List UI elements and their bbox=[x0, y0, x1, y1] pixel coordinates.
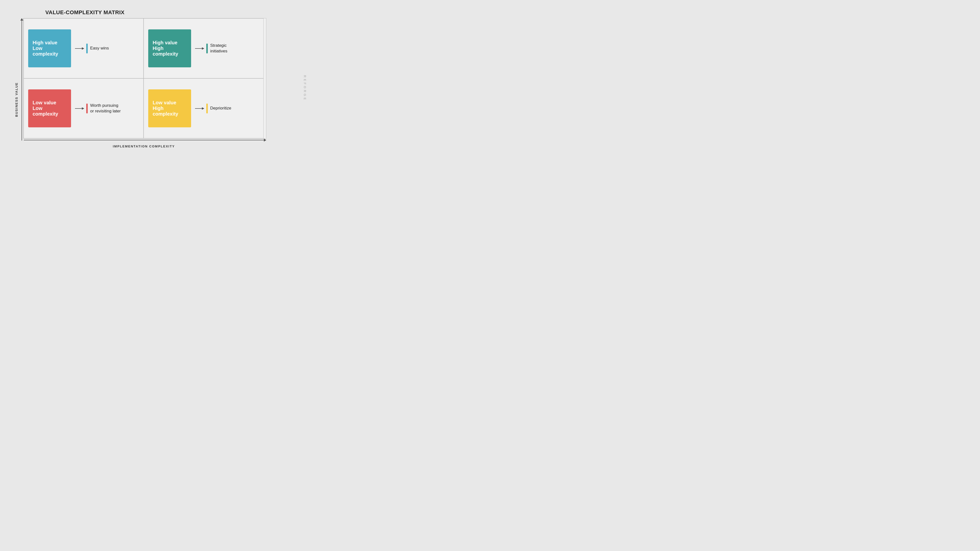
svg-marker-7 bbox=[202, 107, 204, 110]
quadrant-label-bl: Worth pursuing or revisiting later bbox=[90, 103, 121, 114]
quadrant-top-left: High value Low complexity Easy wins bbox=[24, 18, 143, 78]
arrow-and-label-tr: Strategic initiatives bbox=[195, 43, 259, 54]
quadrant-br-line1: Low value bbox=[153, 100, 187, 106]
arrow-right-end-icon bbox=[264, 139, 266, 141]
quadrant-tl-line2: Low complexity bbox=[33, 46, 67, 57]
color-bar-bl bbox=[86, 103, 88, 113]
y-arrow-container: High value Low complexity Easy wins bbox=[20, 18, 266, 148]
quadrant-top-right: High value High complexity Strategic ini… bbox=[143, 18, 264, 78]
x-axis-container bbox=[24, 139, 266, 141]
arrow-right-icon-br bbox=[195, 106, 204, 110]
color-bar-br bbox=[206, 103, 208, 113]
color-bar-tl bbox=[86, 44, 88, 53]
quadrant-box-bottom-left: Low value Low complexity bbox=[28, 89, 71, 127]
arrow-and-label-tl: Easy wins bbox=[75, 44, 139, 53]
y-axis-line bbox=[22, 21, 22, 141]
arrow-up-icon bbox=[20, 18, 23, 21]
quadrant-tr-line2: High complexity bbox=[153, 46, 187, 57]
matrix-wrapper: High value Low complexity Easy wins bbox=[23, 18, 266, 148]
quadrant-tr-line1: High value bbox=[153, 40, 187, 46]
axis-and-matrix: High value Low complexity Easy wins bbox=[20, 18, 266, 148]
page: VALUE-COMPLEXITY MATRIX BUSINESS VALUE H… bbox=[0, 0, 313, 176]
x-axis-line bbox=[24, 140, 264, 140]
arrow-and-label-bl: Worth pursuing or revisiting later bbox=[75, 103, 139, 114]
quadrant-label-br: Deprioritize bbox=[210, 106, 231, 111]
quadrant-bottom-right: Low value High complexity Deprioritize bbox=[143, 78, 264, 138]
arrow-right-icon-tl bbox=[75, 46, 84, 51]
quadrant-bottom-left: Low value Low complexity Worth pursuing … bbox=[24, 78, 143, 138]
svg-marker-5 bbox=[82, 107, 84, 110]
chart-area: BUSINESS VALUE High value Low complexity bbox=[15, 18, 266, 176]
x-label-container: IMPLEMENTATION COMPLEXITY bbox=[23, 144, 264, 148]
arrow-right-icon-bl bbox=[75, 106, 84, 110]
y-axis-arrow bbox=[20, 18, 23, 141]
svg-marker-3 bbox=[202, 47, 204, 50]
color-bar-tr bbox=[206, 44, 208, 53]
quadrant-br-line2: High complexity bbox=[153, 106, 187, 117]
quadrant-box-top-right: High value High complexity bbox=[148, 29, 191, 67]
quadrant-bl-line2: Low complexity bbox=[33, 106, 67, 117]
quadrant-tl-line1: High value bbox=[33, 40, 67, 46]
quadrant-box-top-left: High value Low complexity bbox=[28, 29, 71, 67]
quadrant-label-tl: Easy wins bbox=[90, 46, 109, 51]
quadrant-box-bottom-right: Low value High complexity bbox=[148, 89, 191, 127]
arrow-and-label-br: Deprioritize bbox=[195, 103, 259, 113]
page-title: VALUE-COMPLEXITY MATRIX bbox=[45, 9, 124, 16]
quadrant-bl-line1: Low value bbox=[33, 100, 67, 106]
arrow-right-icon-tr bbox=[195, 46, 204, 51]
quadrant-label-tr: Strategic initiatives bbox=[210, 43, 228, 54]
matrix-grid: High value Low complexity Easy wins bbox=[23, 18, 266, 139]
svg-marker-1 bbox=[82, 47, 84, 50]
y-axis-label: BUSINESS VALUE bbox=[15, 82, 18, 117]
x-axis-label: IMPLEMENTATION COMPLEXITY bbox=[113, 144, 175, 148]
watermark: REFORGE bbox=[303, 75, 307, 101]
